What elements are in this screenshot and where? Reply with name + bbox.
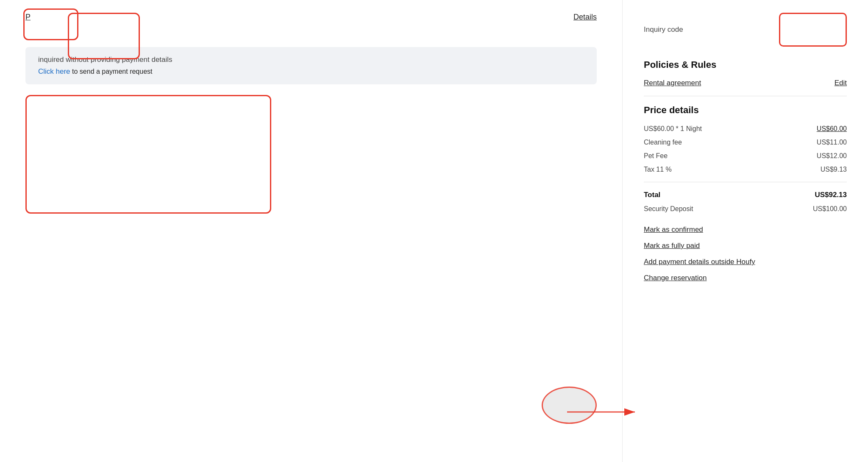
p-label: P [25, 13, 31, 22]
rental-agreement-row: Rental agreement Edit [644, 79, 847, 87]
edit-link[interactable]: Edit [835, 79, 847, 87]
price-row-pet: Pet Fee US$12.00 [644, 152, 847, 160]
cleaning-fee-label: Cleaning fee [644, 139, 682, 146]
right-panel: Inquiry code Policies & Rules Rental agr… [622, 0, 868, 462]
action-links: Mark as confirmed Mark as fully paid Add… [644, 225, 847, 282]
annotation-box-large [25, 95, 271, 214]
security-deposit-value: US$100.00 [813, 205, 847, 213]
security-deposit-row: Security Deposit US$100.00 [644, 205, 847, 213]
pet-fee-value: US$12.00 [817, 152, 847, 160]
mark-as-fully-paid-link[interactable]: Mark as fully paid [644, 242, 847, 250]
inquiry-code-row: Inquiry code [644, 13, 847, 47]
pet-fee-label: Pet Fee [644, 152, 668, 160]
divider-1 [644, 96, 847, 96]
total-value: US$92.13 [815, 191, 847, 199]
inquiry-code-input-box[interactable] [779, 13, 847, 47]
inquiry-code-label: Inquiry code [644, 25, 683, 34]
click-here-link[interactable]: Click here [38, 67, 70, 75]
payment-suffix: to send a payment request [70, 68, 153, 75]
tax-label: Tax 11 % [644, 166, 672, 173]
info-banner: inquired without providing payment detai… [25, 47, 597, 84]
total-row: Total US$92.13 [644, 191, 847, 199]
tax-value: US$9.13 [821, 166, 847, 173]
price-row-night: US$60.00 * 1 Night US$60.00 [644, 125, 847, 133]
cleaning-fee-value: US$11.00 [817, 139, 847, 146]
price-night-value[interactable]: US$60.00 [817, 125, 847, 133]
total-label: Total [644, 191, 660, 199]
price-row-tax: Tax 11 % US$9.13 [644, 166, 847, 173]
add-payment-details-link[interactable]: Add payment details outside Houfy [644, 258, 847, 266]
details-link[interactable]: Details [573, 13, 597, 22]
price-details-title: Price details [644, 105, 847, 116]
mark-as-confirmed-link[interactable]: Mark as confirmed [644, 225, 847, 234]
policies-title: Policies & Rules [644, 59, 847, 70]
price-row-cleaning: Cleaning fee US$11.00 [644, 139, 847, 146]
divider-2 [644, 182, 847, 182]
price-night-label: US$60.00 * 1 Night [644, 125, 702, 133]
change-reservation-link[interactable]: Change reservation [644, 274, 847, 282]
payment-request-line: Click here to send a payment request [38, 67, 584, 76]
security-deposit-label: Security Deposit [644, 205, 693, 213]
info-banner-text: inquired without providing payment detai… [38, 56, 584, 64]
rental-agreement-link[interactable]: Rental agreement [644, 79, 701, 87]
